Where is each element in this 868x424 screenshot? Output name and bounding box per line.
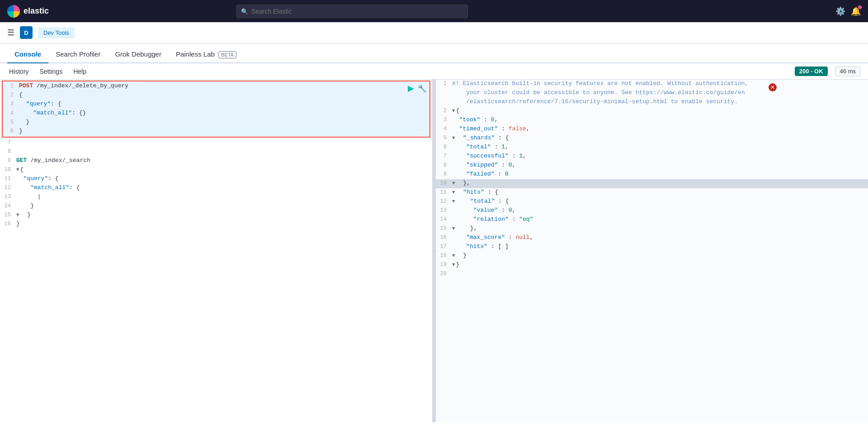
top-bar: elastic 🔍 ⚙️ 🔔 bbox=[0, 0, 868, 22]
tab-bar: Console Search Profiler Grok Debugger Pa… bbox=[0, 43, 868, 63]
wrench-button[interactable]: 🔧 bbox=[418, 83, 427, 93]
notification-dot bbox=[858, 5, 862, 9]
editor-line: 10 ▼{ bbox=[0, 166, 432, 175]
editor-line: 9 GET /my_index/_search bbox=[0, 157, 432, 166]
search-input[interactable] bbox=[236, 5, 468, 18]
elastic-logo: elastic bbox=[7, 5, 49, 18]
editor-line: 4 "match_all": {} bbox=[3, 109, 429, 118]
search-bar: 🔍 bbox=[236, 5, 468, 18]
result-line: 12 ▼ "total" : { bbox=[436, 197, 868, 206]
editor-line: 15 ▼ } bbox=[0, 211, 432, 220]
result-line: 3 "took" : 0, bbox=[436, 116, 868, 125]
result-line: 15 ▼ }, bbox=[436, 224, 868, 233]
editor-line: 1 POST /my_index/_delete_by_query bbox=[3, 82, 429, 91]
editor-line: 7 bbox=[0, 138, 432, 148]
editor-line: 6 } bbox=[3, 127, 429, 136]
result-line: 5 ▼ "_shards" : { bbox=[436, 134, 868, 143]
result-close-button[interactable]: ✕ bbox=[769, 83, 777, 91]
beta-badge: BETA bbox=[218, 51, 236, 58]
editor-lines: 1 POST /my_index/_delete_by_query 2 { 3 … bbox=[0, 81, 432, 229]
tab-search-profiler[interactable]: Search Profiler bbox=[48, 46, 108, 63]
tab-grok-debugger[interactable]: Grok Debugger bbox=[108, 46, 169, 63]
result-pane[interactable]: ✕ 1 #! Elasticsearch built-in security f… bbox=[436, 80, 868, 422]
result-line: 17 "hits" : [ ] bbox=[436, 243, 868, 252]
selected-block: 1 POST /my_index/_delete_by_query 2 { 3 … bbox=[2, 81, 430, 138]
run-button[interactable]: ▶ bbox=[408, 83, 414, 93]
editor-line: 8 bbox=[0, 148, 432, 157]
editor-line: 5 } bbox=[3, 118, 429, 127]
result-line: 7 "successful" : 1, bbox=[436, 152, 868, 161]
tab-painless-lab[interactable]: Painless Lab BETA bbox=[169, 46, 244, 63]
top-bar-right: ⚙️ 🔔 bbox=[835, 6, 861, 16]
result-line: 8 "skipped" : 0, bbox=[436, 161, 868, 170]
result-line: 16 "max_score" : null, bbox=[436, 233, 868, 243]
elastic-logo-icon bbox=[7, 5, 20, 18]
help-icon[interactable]: ⚙️ bbox=[835, 6, 845, 16]
help-button[interactable]: Help bbox=[71, 67, 88, 76]
result-line: /elasticsearch/reference/7.16/security-m… bbox=[436, 98, 868, 107]
search-icon: 🔍 bbox=[241, 8, 248, 14]
editor-line: 14 } bbox=[0, 202, 432, 211]
elastic-logo-text: elastic bbox=[24, 6, 49, 16]
history-button[interactable]: History bbox=[7, 67, 31, 76]
editor-line: 11 "query": { bbox=[0, 175, 432, 184]
editor-line: 13 | bbox=[0, 193, 432, 202]
dev-tools-button[interactable]: Dev Tools bbox=[38, 27, 75, 38]
tab-console[interactable]: Console bbox=[7, 46, 48, 63]
result-line: 20 bbox=[436, 270, 868, 279]
result-line: 13 "value" : 0, bbox=[436, 206, 868, 215]
result-line: 2 ▼{ bbox=[436, 107, 868, 116]
notification-icon[interactable]: 🔔 bbox=[851, 6, 861, 16]
result-line: 11 ▼ "hits" : { bbox=[436, 188, 868, 197]
result-line: your cluster could be accessible to anyo… bbox=[436, 89, 868, 98]
toolbar: History Settings Help 200 - OK 46 ms bbox=[0, 63, 868, 80]
result-line: 19 ▼} bbox=[436, 261, 868, 270]
editor-toolbar: ▶ 🔧 bbox=[408, 83, 427, 93]
main-content: ▶ 🔧 1 POST /my_index/_delete_by_query 2 … bbox=[0, 80, 868, 422]
result-line: 4 "timed_out" : false, bbox=[436, 125, 868, 134]
editor-pane[interactable]: ▶ 🔧 1 POST /my_index/_delete_by_query 2 … bbox=[0, 80, 434, 422]
time-badge: 46 ms bbox=[835, 66, 861, 76]
result-line: 6 "total" : 1, bbox=[436, 143, 868, 152]
hamburger-menu[interactable]: ☰ bbox=[7, 28, 14, 38]
result-line: 1 #! Elasticsearch built-in security fea… bbox=[436, 80, 868, 89]
status-badge: 200 - OK bbox=[795, 67, 828, 76]
user-avatar[interactable]: D bbox=[20, 26, 33, 39]
result-line: 18 ▼ } bbox=[436, 252, 868, 261]
result-line: 14 "relation" : "eq" bbox=[436, 215, 868, 224]
editor-line: 16 } bbox=[0, 220, 432, 229]
result-line: 9 "failed" : 0 bbox=[436, 170, 868, 179]
editor-line: 3 "query": { bbox=[3, 100, 429, 109]
second-bar: ☰ D Dev Tools bbox=[0, 22, 868, 43]
settings-button[interactable]: Settings bbox=[38, 67, 65, 76]
editor-line: 12 "match_all": { bbox=[0, 184, 432, 193]
editor-line: 2 { bbox=[3, 91, 429, 100]
result-line-highlighted: 10 ▼ }, bbox=[436, 179, 868, 188]
